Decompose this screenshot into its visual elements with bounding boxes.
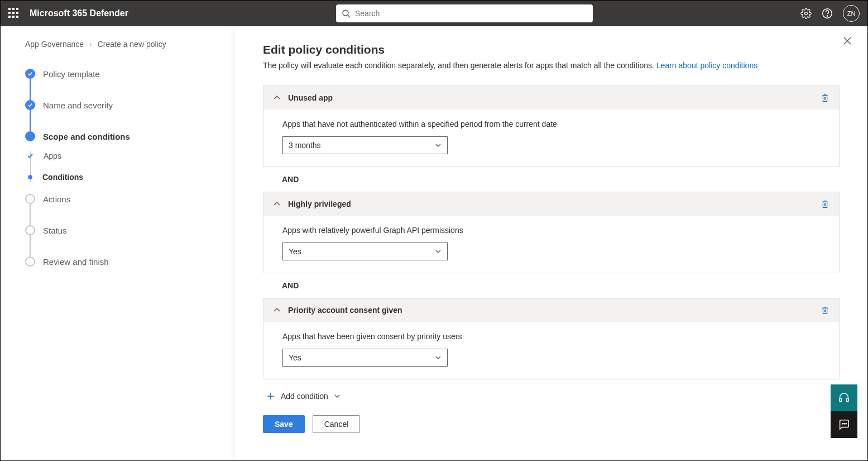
step-scope-conditions[interactable]: Scope and conditions bbox=[25, 131, 218, 141]
delete-icon[interactable] bbox=[820, 199, 830, 209]
svg-point-4 bbox=[827, 16, 827, 16]
help-icon[interactable] bbox=[822, 8, 833, 19]
period-select[interactable]: 3 months bbox=[282, 136, 448, 154]
condition-highly-privileged: Highly privileged Apps with relatively p… bbox=[263, 192, 840, 273]
chevron-right-icon: › bbox=[89, 40, 92, 49]
step-policy-template[interactable]: Policy template bbox=[25, 69, 218, 79]
edit-panel: Edit policy conditions The policy will e… bbox=[235, 26, 867, 460]
chevron-up-icon[interactable] bbox=[272, 306, 281, 315]
add-condition-button[interactable]: Add condition bbox=[266, 392, 840, 401]
condition-title: Unused app bbox=[288, 93, 820, 102]
chevron-down-icon bbox=[435, 248, 442, 255]
delete-icon[interactable] bbox=[820, 305, 830, 315]
and-label: AND bbox=[282, 175, 840, 184]
condition-desc: Apps that have not authenticated within … bbox=[282, 120, 830, 129]
feedback-icon[interactable] bbox=[831, 411, 857, 438]
condition-desc: Apps with relatively powerful Graph API … bbox=[282, 226, 830, 235]
condition-title: Priority account consent given bbox=[288, 306, 820, 315]
avatar[interactable]: ZN bbox=[843, 5, 860, 22]
wizard-sidebar: App Governance › Create a new policy Pol… bbox=[1, 26, 235, 460]
step-review-finish[interactable]: Review and finish bbox=[25, 256, 218, 267]
app-launcher-icon[interactable] bbox=[8, 8, 20, 19]
brand-title: Microsoft 365 Defender bbox=[30, 8, 128, 18]
learn-link[interactable]: Learn about policy conditions bbox=[656, 61, 757, 70]
privileged-select[interactable]: Yes bbox=[282, 243, 448, 260]
consent-select[interactable]: Yes bbox=[282, 349, 448, 367]
search-icon bbox=[342, 9, 351, 18]
and-label: AND bbox=[282, 281, 840, 290]
delete-icon[interactable] bbox=[820, 93, 830, 103]
condition-desc: Apps that have been given consent by pri… bbox=[282, 332, 830, 341]
condition-unused-app: Unused app Apps that have not authentica… bbox=[263, 85, 840, 167]
breadcrumb-current: Create a new policy bbox=[98, 40, 166, 49]
svg-point-19 bbox=[846, 423, 846, 424]
headset-support-icon[interactable] bbox=[831, 384, 857, 411]
chevron-down-icon bbox=[435, 142, 442, 149]
cancel-button[interactable]: Cancel bbox=[313, 415, 361, 433]
step-status[interactable]: Status bbox=[25, 225, 218, 235]
step-name-severity[interactable]: Name and severity bbox=[25, 100, 218, 110]
svg-point-17 bbox=[842, 423, 843, 424]
breadcrumb-root[interactable]: App Governance bbox=[25, 40, 84, 49]
chevron-down-icon bbox=[334, 393, 341, 400]
search-input[interactable] bbox=[355, 9, 587, 18]
save-button[interactable]: Save bbox=[263, 415, 305, 433]
substep-conditions[interactable]: Conditions bbox=[31, 173, 218, 182]
condition-priority-consent: Priority account consent given Apps that… bbox=[263, 298, 840, 379]
search-box[interactable] bbox=[336, 4, 593, 22]
substep-apps[interactable]: Apps bbox=[31, 151, 218, 160]
chevron-up-icon[interactable] bbox=[272, 199, 281, 208]
close-icon[interactable] bbox=[843, 36, 852, 47]
svg-rect-15 bbox=[840, 398, 842, 402]
svg-rect-16 bbox=[847, 398, 849, 402]
svg-point-18 bbox=[844, 423, 845, 424]
svg-point-2 bbox=[805, 12, 808, 15]
svg-point-0 bbox=[343, 10, 348, 16]
chevron-up-icon[interactable] bbox=[272, 93, 281, 102]
chevron-down-icon bbox=[435, 354, 442, 361]
plus-icon bbox=[266, 392, 275, 401]
top-bar: Microsoft 365 Defender ZN bbox=[1, 1, 867, 26]
condition-title: Highly privileged bbox=[288, 199, 820, 208]
svg-line-1 bbox=[348, 15, 350, 17]
step-actions[interactable]: Actions bbox=[25, 194, 218, 204]
panel-subtitle: The policy will evaluate each condition … bbox=[263, 61, 840, 70]
panel-title: Edit policy conditions bbox=[263, 43, 840, 56]
breadcrumb: App Governance › Create a new policy bbox=[25, 40, 218, 49]
gear-icon[interactable] bbox=[800, 8, 812, 19]
